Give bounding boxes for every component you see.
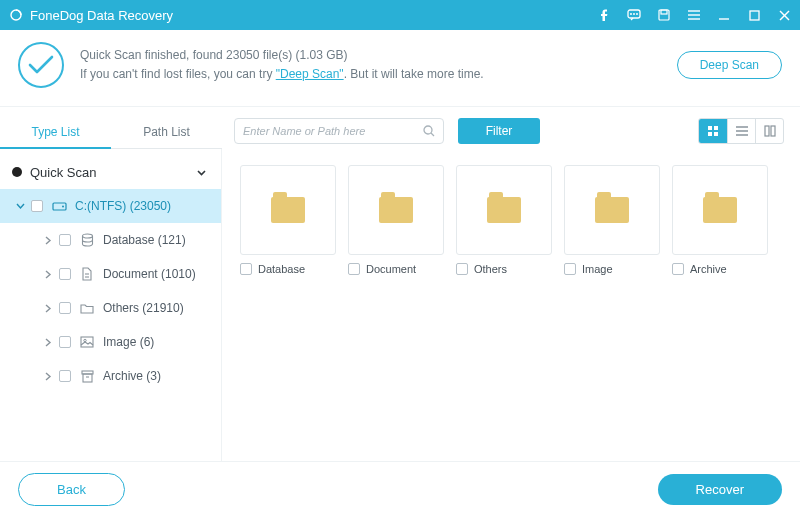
bullet-icon	[12, 167, 22, 177]
minimize-icon[interactable]	[716, 7, 732, 23]
folder-card-archive[interactable]: Archive	[672, 165, 768, 275]
back-button[interactable]: Back	[18, 473, 125, 506]
checkbox[interactable]	[59, 370, 71, 382]
recover-button[interactable]: Recover	[658, 474, 782, 505]
close-icon[interactable]	[776, 7, 792, 23]
checkbox[interactable]	[59, 336, 71, 348]
content-grid: Database Document Others Image Archive	[222, 149, 800, 461]
folder-icon	[79, 300, 95, 316]
chevron-right-icon	[44, 270, 53, 279]
svg-rect-23	[765, 126, 769, 136]
svg-rect-19	[714, 132, 718, 136]
chevron-right-icon	[44, 372, 53, 381]
titlebar: FoneDog Data Recovery	[0, 0, 800, 30]
svg-point-27	[82, 234, 92, 238]
sidebar-drive-label: C:(NTFS) (23050)	[75, 199, 171, 213]
facebook-icon[interactable]	[596, 7, 612, 23]
folder-icon	[379, 197, 413, 223]
view-switch	[698, 118, 784, 144]
svg-rect-30	[81, 337, 93, 347]
sidebar-item-image[interactable]: Image (6)	[0, 325, 221, 359]
folder-thumb	[456, 165, 552, 255]
folder-card-others[interactable]: Others	[456, 165, 552, 275]
folder-label: Document	[366, 263, 416, 275]
deep-scan-button[interactable]: Deep Scan	[677, 51, 782, 79]
checkbox[interactable]	[564, 263, 576, 275]
svg-point-4	[636, 13, 637, 14]
svg-point-26	[62, 206, 64, 208]
svg-rect-16	[708, 126, 712, 130]
folder-icon	[703, 197, 737, 223]
checkbox[interactable]	[59, 302, 71, 314]
folder-card-document[interactable]: Document	[348, 165, 444, 275]
search-input[interactable]: Enter Name or Path here	[234, 118, 444, 144]
save-icon[interactable]	[656, 7, 672, 23]
svg-rect-6	[661, 10, 667, 14]
image-icon	[79, 334, 95, 350]
tab-group: Type List Path List	[0, 113, 222, 149]
app-logo-icon	[8, 7, 24, 23]
chevron-right-icon	[44, 236, 53, 245]
svg-line-15	[431, 133, 434, 136]
sidebar-item-label: Image (6)	[103, 335, 154, 349]
svg-rect-25	[53, 203, 66, 210]
folder-thumb	[240, 165, 336, 255]
svg-point-14	[424, 126, 432, 134]
drive-icon	[51, 198, 67, 214]
checkbox[interactable]	[59, 234, 71, 246]
checkbox[interactable]	[31, 200, 43, 212]
folder-thumb	[564, 165, 660, 255]
folder-label: Database	[258, 263, 305, 275]
folder-card-image[interactable]: Image	[564, 165, 660, 275]
sidebar-item-database[interactable]: Database (121)	[0, 223, 221, 257]
sidebar: Quick Scan C:(NTFS) (23050) Database (12…	[0, 149, 222, 461]
checkbox[interactable]	[240, 263, 252, 275]
sidebar-item-document[interactable]: Document (1010)	[0, 257, 221, 291]
svg-rect-17	[714, 126, 718, 130]
tab-type-list[interactable]: Type List	[0, 113, 111, 148]
sidebar-item-others[interactable]: Others (21910)	[0, 291, 221, 325]
chevron-right-icon	[44, 304, 53, 313]
sidebar-item-label: Others (21910)	[103, 301, 184, 315]
chevron-right-icon	[44, 338, 53, 347]
checkbox[interactable]	[672, 263, 684, 275]
status-file-count: 23050	[226, 48, 259, 62]
status-line1-prefix: Quick Scan finished, found	[80, 48, 226, 62]
archive-icon	[79, 368, 95, 384]
view-list-icon[interactable]	[727, 119, 755, 143]
sidebar-root-quick-scan[interactable]: Quick Scan	[0, 155, 221, 189]
sidebar-root-label: Quick Scan	[30, 165, 96, 180]
checkbox[interactable]	[59, 268, 71, 280]
search-icon	[423, 125, 435, 137]
checkbox[interactable]	[456, 263, 468, 275]
svg-rect-33	[83, 374, 92, 382]
filter-button[interactable]: Filter	[458, 118, 540, 144]
folder-icon	[595, 197, 629, 223]
maximize-icon[interactable]	[746, 7, 762, 23]
status-text: Quick Scan finished, found 23050 file(s)…	[80, 46, 677, 84]
sidebar-item-archive[interactable]: Archive (3)	[0, 359, 221, 393]
svg-rect-24	[771, 126, 775, 136]
app-title: FoneDog Data Recovery	[30, 8, 596, 23]
svg-point-2	[630, 13, 631, 14]
chevron-down-icon	[196, 167, 207, 178]
checkbox[interactable]	[348, 263, 360, 275]
svg-point-3	[633, 13, 634, 14]
folder-card-database[interactable]: Database	[240, 165, 336, 275]
sidebar-item-label: Archive (3)	[103, 369, 161, 383]
chevron-right-icon	[16, 202, 25, 211]
sidebar-drive[interactable]: C:(NTFS) (23050)	[0, 189, 221, 223]
toolbar: Type List Path List Enter Name or Path h…	[0, 107, 800, 149]
deep-scan-link[interactable]: "Deep Scan"	[276, 67, 344, 81]
sidebar-item-label: Document (1010)	[103, 267, 196, 281]
menu-icon[interactable]	[686, 7, 702, 23]
folder-thumb	[672, 165, 768, 255]
view-grid-icon[interactable]	[699, 119, 727, 143]
tab-path-list[interactable]: Path List	[111, 113, 222, 148]
folder-label: Archive	[690, 263, 727, 275]
feedback-icon[interactable]	[626, 7, 642, 23]
view-detail-icon[interactable]	[755, 119, 783, 143]
folder-label: Others	[474, 263, 507, 275]
check-circle-icon	[18, 42, 64, 88]
folder-label: Image	[582, 263, 613, 275]
